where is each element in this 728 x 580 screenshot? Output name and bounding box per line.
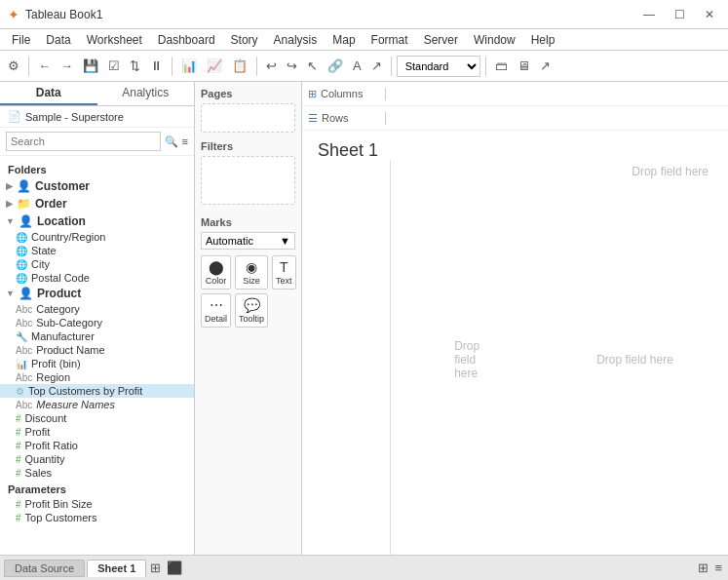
sheet-list-btn[interactable]: ≡ [712,559,724,577]
toolbar-add[interactable]: ☑ [104,57,124,75]
toolbar-sep-1 [28,57,29,76]
item-state[interactable]: 🌐 State [0,244,194,257]
menu-analysis[interactable]: Analysis [266,31,326,49]
toolbar-swap[interactable]: ⇅ [126,57,144,75]
standard-dropdown[interactable]: Standard Fit Width Entire View [397,56,480,77]
menu-server[interactable]: Server [416,31,466,49]
menu-dashboard[interactable]: Dashboard [150,31,223,49]
columns-drop-zone[interactable] [392,84,722,103]
item-profitbin[interactable]: 📊 Profit (bin) [0,357,194,370]
search-button[interactable]: 🔍 [165,135,178,148]
close-button[interactable]: ✕ [699,6,720,23]
item-postal[interactable]: 🌐 Postal Code [0,271,194,285]
measurenames-icon: Abc [16,400,32,410]
toolbar-redo[interactable]: ↪ [283,57,301,75]
canvas-area: ⊞ Columns ☰ Rows Sheet 1 Drop field here… [302,82,728,555]
toolbar-show-me[interactable]: 🗃 [491,57,512,75]
toolbar-arrow[interactable]: ↗ [367,57,386,75]
pages-drop-zone[interactable] [201,103,295,133]
add-sheet-btn[interactable]: ⊞ [148,559,163,577]
menu-map[interactable]: Map [325,31,363,49]
toolbar-presentation[interactable]: 🖥 [514,57,534,75]
city-globe-icon: 🌐 [16,259,27,270]
sheet-nav-prev[interactable]: ⬛ [165,559,184,577]
item-sales[interactable]: # Sales [0,466,194,480]
tab-data[interactable]: Data [0,82,97,105]
item-manufacturer[interactable]: 🔧 Manufacturer [0,329,194,343]
profit-icon: # [16,427,21,438]
toolbar-chart3[interactable]: 📋 [228,57,251,75]
toolbar-forward[interactable]: → [57,57,77,75]
mark-text-btn[interactable]: T Text [272,255,296,290]
region-label: Region [36,371,70,383]
category-label: Category [36,303,80,315]
toolbar-back[interactable]: ← [34,57,55,75]
menu-window[interactable]: Window [466,31,523,49]
marks-type-dropdown[interactable]: Automatic ▼ [201,232,295,250]
toolbar-pause[interactable]: ⏸ [146,57,167,75]
productname-icon: Abc [16,345,32,356]
parameters-label: Parameters [0,480,194,497]
product-folder[interactable]: ▼ 👤 Product [0,285,194,302]
item-category[interactable]: Abc Category [0,302,194,316]
profitbin-icon: 📊 [16,359,27,369]
search-input[interactable] [6,132,161,151]
item-productname[interactable]: Abc Product Name [0,343,194,357]
item-profitbinsize[interactable]: # Profit Bin Size [0,497,194,511]
minimize-button[interactable]: — [637,6,661,23]
sheet1-tab[interactable]: Sheet 1 [87,560,146,577]
item-subcategory[interactable]: Abc Sub-Category [0,316,194,329]
sort-button[interactable]: ≡ [182,135,188,147]
drop-field-left-text: Dropfieldhere [454,339,479,380]
menu-help[interactable]: Help [523,31,563,49]
toolbar-chart1[interactable]: 📊 [177,57,201,75]
menu-worksheet[interactable]: Worksheet [79,31,150,49]
marks-grid: ⬤ Color ◉ Size T Text ⋯ Detail 💬 Tool [201,255,295,328]
item-country[interactable]: 🌐 Country/Region [0,230,194,244]
menu-story[interactable]: Story [223,31,266,49]
location-folder[interactable]: ▼ 👤 Location [0,213,194,230]
toolbar-link[interactable]: 🔗 [324,57,347,75]
toolbar-save[interactable]: 💾 [79,57,102,75]
item-topcustomersparam[interactable]: # Top Customers [0,511,194,524]
mark-color-btn[interactable]: ⬤ Color [201,255,231,290]
order-folder[interactable]: ▶ 📁 Order [0,195,194,213]
toolbar-cursor[interactable]: ↖ [303,57,322,75]
item-region[interactable]: Abc Region [0,370,194,384]
toolbar-undo[interactable]: ↩ [262,57,281,75]
maximize-button[interactable]: ☐ [669,6,691,23]
item-discount[interactable]: # Discount [0,411,194,425]
customer-icon: 👤 [17,179,31,193]
toolbar-share[interactable]: ↗ [536,57,555,75]
menu-format[interactable]: Format [364,31,416,49]
datasource-tab[interactable]: Data Source [4,560,85,577]
menu-file[interactable]: File [4,31,38,49]
filters-drop-zone[interactable] [201,156,295,205]
pages-title: Pages [201,88,295,99]
item-topcustomers[interactable]: ⚙ Top Customers by Profit [0,384,194,398]
size-label: Size [243,276,260,286]
topcustomers-icon: ⚙ [16,386,24,397]
mark-detail-btn[interactable]: ⋯ Detail [201,293,231,328]
toolbar-chart2[interactable]: 📈 [203,57,226,75]
menu-data[interactable]: Data [38,31,78,49]
quantity-label: Quantity [25,453,65,465]
customer-folder[interactable]: ▶ 👤 Customer [0,177,194,195]
item-profitratio[interactable]: # Profit Ratio [0,439,194,452]
datasource-name: Sample - Superstore [25,111,124,123]
tab-analytics[interactable]: Analytics [97,82,195,105]
left-panel: Data Analytics 📄 Sample - Superstore 🔍 ≡… [0,82,195,555]
item-measurenames[interactable]: Abc Measure Names [0,398,194,411]
sheet-view-btn[interactable]: ⊞ [696,559,710,577]
toolbar-settings[interactable]: ⚙ [4,57,23,75]
item-city[interactable]: 🌐 City [0,257,194,271]
item-profit[interactable]: # Profit [0,425,194,439]
item-quantity[interactable]: # Quantity [0,452,194,466]
mark-tooltip-btn[interactable]: 💬 Tooltip [235,293,268,328]
title-bar: ✦ Tableau Book1 — ☐ ✕ [0,0,728,29]
toolbar-text-a[interactable]: A [349,57,365,75]
mark-size-btn[interactable]: ◉ Size [235,255,268,290]
rows-drop-zone[interactable] [392,108,722,128]
columns-row: ⊞ Columns [302,82,728,106]
quantity-icon: # [16,454,21,465]
